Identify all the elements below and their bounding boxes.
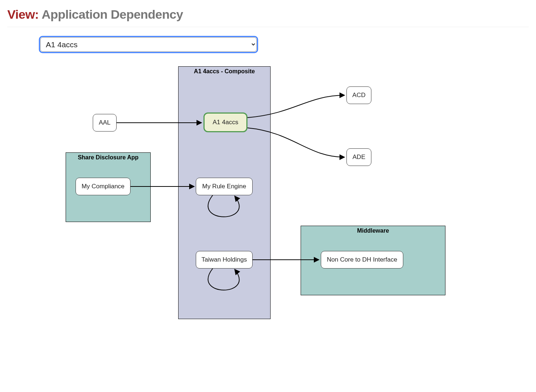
page-title: View: Application Dependency (7, 7, 529, 22)
node-my-rule-engine[interactable]: My Rule Engine (196, 178, 253, 195)
node-label: Non Core to DH Interface (327, 256, 397, 263)
node-my-compliance[interactable]: My Compliance (76, 178, 131, 195)
node-label: AAL (99, 119, 110, 126)
node-label: A1 4accs (213, 119, 238, 126)
node-label: My Compliance (81, 183, 124, 190)
node-ade[interactable]: ADE (346, 148, 371, 166)
group-title-middleware: Middleware (301, 228, 445, 234)
node-acd[interactable]: ACD (346, 86, 371, 104)
application-select[interactable]: A1 4accs (40, 37, 257, 52)
node-label: Taiwan Holdings (202, 256, 247, 263)
group-title-share-disclosure: Share Disclosure App (66, 154, 150, 161)
group-title-composite: A1 4accs - Composite (179, 68, 270, 75)
node-label: ACD (352, 92, 366, 99)
node-non-core[interactable]: Non Core to DH Interface (321, 251, 403, 269)
node-a1-4accs[interactable]: A1 4accs (203, 112, 247, 132)
title-main: Application Dependency (41, 7, 183, 21)
node-taiwan-holdings[interactable]: Taiwan Holdings (196, 251, 253, 269)
node-label: ADE (353, 154, 366, 161)
divider (7, 27, 529, 27)
title-prefix: View: (7, 7, 39, 21)
dependency-canvas: A1 4accs - Composite Share Disclosure Ap… (7, 59, 484, 337)
node-aal[interactable]: AAL (93, 114, 117, 132)
node-label: My Rule Engine (202, 183, 246, 190)
